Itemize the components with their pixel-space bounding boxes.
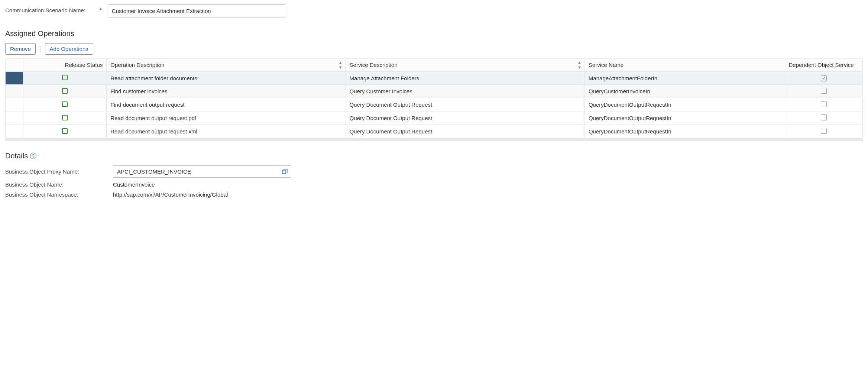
bo-name-value: CustomerInvoice xyxy=(113,181,155,188)
table-row[interactable]: Find customer invoicesQuery Customer Inv… xyxy=(6,85,863,98)
sort-icon[interactable]: ▲▼ xyxy=(339,60,342,70)
details-title: Details ? xyxy=(5,152,863,160)
col-header-operation-description-label: Operation Description xyxy=(110,62,164,68)
col-header-release-status[interactable]: Release Status xyxy=(23,59,106,72)
operation-description-cell: Find document output request xyxy=(107,98,346,112)
remove-button[interactable]: Remove xyxy=(5,43,36,55)
row-selector-cell[interactable] xyxy=(6,85,23,98)
value-help-icon[interactable] xyxy=(282,169,288,175)
row-selector-cell[interactable] xyxy=(6,125,23,138)
table-row[interactable]: Read document output request pdfQuery Do… xyxy=(6,112,863,125)
released-status-icon xyxy=(62,88,68,94)
proxy-name-field-wrapper xyxy=(113,165,291,178)
service-description-cell: Query Document Output Request xyxy=(346,112,584,125)
col-header-service-description-label: Service Description xyxy=(350,62,398,68)
scenario-name-row: Communication Scenario Name: * xyxy=(5,4,863,17)
svg-rect-0 xyxy=(282,170,286,174)
col-header-dependent[interactable]: Dependent Object Service xyxy=(785,59,863,72)
bo-ns-label: Business Object Namespace: xyxy=(5,191,113,198)
service-name-cell: QueryDocumentOutputRequestIn xyxy=(584,98,785,112)
scenario-name-label: Communication Scenario Name: xyxy=(5,4,98,14)
release-status-cell xyxy=(23,98,106,112)
toolbar-separator: | xyxy=(39,45,41,53)
dependent-checkbox[interactable] xyxy=(821,88,827,94)
details-title-label: Details xyxy=(5,152,28,160)
operation-description-cell: Read attachment folder documents xyxy=(107,72,346,85)
col-header-service-name-label: Service Name xyxy=(589,62,624,68)
released-status-icon xyxy=(62,128,68,134)
sort-icon[interactable]: ▲▼ xyxy=(577,60,581,70)
dependent-checkbox[interactable] xyxy=(821,101,827,107)
released-status-icon xyxy=(62,101,68,107)
col-header-service-description[interactable]: Service Description ▲▼ xyxy=(346,59,584,72)
help-icon[interactable]: ? xyxy=(30,153,36,159)
col-header-service-name[interactable]: Service Name xyxy=(584,59,785,72)
service-name-cell: QueryCustomerInvoiceIn xyxy=(584,85,785,98)
operation-description-cell: Read document output request xml xyxy=(107,125,346,138)
table-scrollbar[interactable] xyxy=(5,138,863,141)
service-description-cell: Query Customer Invoices xyxy=(346,85,584,98)
table-row[interactable]: Read document output request xmlQuery Do… xyxy=(6,125,863,138)
release-status-cell xyxy=(23,125,106,138)
table-row[interactable]: Read attachment folder documentsManage A… xyxy=(6,72,863,85)
operations-table: Release Status Operation Description ▲▼ … xyxy=(5,58,863,138)
released-status-icon xyxy=(62,75,68,80)
row-selector-cell[interactable] xyxy=(6,98,23,112)
released-status-icon xyxy=(62,115,68,120)
assigned-operations-title: Assigned Operations xyxy=(5,29,863,38)
release-status-cell xyxy=(23,85,106,98)
service-name-cell: QueryDocumentOutputRequestIn xyxy=(584,125,785,138)
dependent-cell xyxy=(785,98,863,112)
row-selector-cell[interactable] xyxy=(6,72,23,85)
proxy-name-label: Business Object Proxy Name: xyxy=(5,168,113,175)
operation-description-cell: Find customer invoices xyxy=(107,85,346,98)
service-description-cell: Manage Attachment Folders xyxy=(346,72,584,85)
col-header-release-status-label: Release Status xyxy=(65,62,103,68)
bo-ns-row: Business Object Namespace: http://sap.co… xyxy=(5,191,863,198)
dependent-cell xyxy=(785,112,863,125)
required-indicator: * xyxy=(100,4,102,13)
dependent-cell xyxy=(785,125,863,138)
col-header-operation-description[interactable]: Operation Description ▲▼ xyxy=(107,59,346,72)
service-name-cell: QueryDocumentOutputRequestIn xyxy=(584,112,785,125)
table-row[interactable]: Find document output requestQuery Docume… xyxy=(6,98,863,112)
proxy-name-input[interactable] xyxy=(116,168,282,175)
col-header-dependent-label: Dependent Object Service xyxy=(789,62,854,68)
operations-toolbar: Remove | Add Operations xyxy=(5,43,863,55)
add-operations-button[interactable]: Add Operations xyxy=(45,43,93,55)
service-description-cell: Query Document Output Request xyxy=(346,98,584,112)
col-header-selector xyxy=(6,59,23,72)
dependent-cell: ✓ xyxy=(785,72,863,85)
bo-name-label: Business Object Name: xyxy=(5,181,113,188)
bo-ns-value: http://sap.com/xi/AP/CustomerInvoicing/G… xyxy=(113,191,228,198)
row-selector-cell[interactable] xyxy=(6,112,23,125)
dependent-checkbox[interactable] xyxy=(821,128,827,134)
operation-description-cell: Read document output request pdf xyxy=(107,112,346,125)
dependent-checkbox[interactable] xyxy=(821,114,827,120)
release-status-cell xyxy=(23,72,106,85)
table-header-row: Release Status Operation Description ▲▼ … xyxy=(6,59,863,72)
release-status-cell xyxy=(23,112,106,125)
service-name-cell: ManageAttachmentFolderIn xyxy=(584,72,785,85)
bo-name-row: Business Object Name: CustomerInvoice xyxy=(5,181,863,188)
dependent-checkbox[interactable]: ✓ xyxy=(821,75,827,81)
service-description-cell: Query Document Output Request xyxy=(346,125,584,138)
proxy-name-row: Business Object Proxy Name: xyxy=(5,165,863,178)
dependent-cell xyxy=(785,85,863,98)
scenario-name-input[interactable] xyxy=(108,4,286,17)
